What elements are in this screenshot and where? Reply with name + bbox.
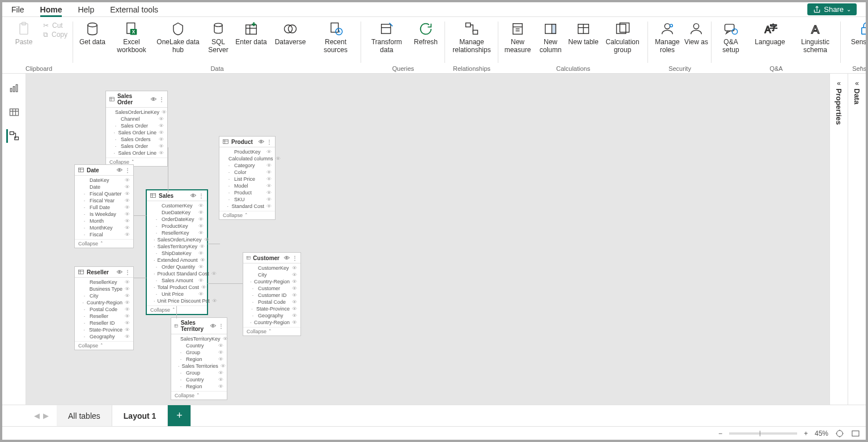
- field-row[interactable]: ResellerKey👁: [75, 279, 133, 286]
- new-column-button[interactable]: New column: [535, 20, 566, 54]
- model-view-button[interactable]: [6, 129, 20, 143]
- collapse-toggle[interactable]: Collapse˄: [147, 305, 207, 314]
- more-icon[interactable]: ⋮: [159, 96, 164, 103]
- fullscreen-button[interactable]: [851, 429, 860, 438]
- table-card-product[interactable]: Product👁⋮ProductKey👁Calculated columns👁·…: [219, 136, 276, 220]
- field-row[interactable]: ·Extended Amount👁: [147, 257, 207, 264]
- field-row[interactable]: ·Group👁: [171, 349, 227, 356]
- menu-home[interactable]: Home: [40, 3, 62, 16]
- field-row[interactable]: ·Customer👁: [243, 285, 300, 292]
- visibility-icon[interactable]: 👁: [117, 269, 122, 275]
- relationship-line[interactable]: [134, 215, 146, 216]
- collapse-toggle[interactable]: Collapse˄: [171, 391, 227, 400]
- tab-add-button[interactable]: +: [168, 405, 191, 426]
- field-row[interactable]: City👁: [243, 271, 300, 278]
- relationship-line[interactable]: [208, 283, 243, 284]
- table-card-territory[interactable]: Sales Territory👁⋮SalesTerritoryKey👁Count…: [171, 317, 227, 400]
- field-row[interactable]: ·City👁: [75, 292, 133, 299]
- model-canvas[interactable]: Sales Order👁⋮SalesOrderLineKey👁Channel👁·…: [26, 74, 829, 405]
- table-view-button[interactable]: [7, 105, 21, 119]
- field-row[interactable]: ·Sales Order👁: [106, 122, 167, 129]
- more-icon[interactable]: ⋮: [198, 193, 204, 199]
- more-icon[interactable]: ⋮: [292, 255, 298, 261]
- field-row[interactable]: ·Country-Region👁: [243, 319, 300, 326]
- calculation-group-button[interactable]: Calculation group: [600, 20, 645, 54]
- sql-server-button[interactable]: SQL Server: [202, 20, 234, 54]
- collapse-toggle[interactable]: Collapse˄: [75, 239, 133, 248]
- field-row[interactable]: ·Category👁: [219, 162, 275, 169]
- field-row[interactable]: ·Sales Territories👁: [171, 363, 227, 369]
- field-row[interactable]: Channel👁: [106, 116, 167, 122]
- field-row[interactable]: ·SKU👁: [219, 196, 275, 203]
- field-row[interactable]: ·Total Product Cost👁: [147, 284, 207, 291]
- table-header[interactable]: Product👁⋮: [219, 137, 275, 147]
- more-icon[interactable]: ⋮: [125, 269, 130, 275]
- more-icon[interactable]: ⋮: [218, 323, 224, 329]
- tab-all-tables[interactable]: All tables: [57, 405, 112, 426]
- field-row[interactable]: ·Postal Code👁: [243, 299, 300, 305]
- field-row[interactable]: ·Region👁: [171, 356, 227, 363]
- visibility-icon[interactable]: 👁: [259, 139, 264, 145]
- field-row[interactable]: CustomerKey👁: [243, 265, 300, 271]
- field-row[interactable]: ·Geography👁: [75, 333, 133, 340]
- field-row[interactable]: ·Reseller👁: [75, 313, 133, 320]
- field-row[interactable]: ·State-Province👁: [75, 326, 133, 333]
- field-row[interactable]: ·ProductKey👁: [147, 223, 207, 230]
- visibility-icon[interactable]: 👁: [151, 96, 156, 103]
- field-row[interactable]: ·SalesOrderLineKey👁: [147, 236, 207, 243]
- get-data-button[interactable]: Get data: [77, 20, 108, 46]
- table-header[interactable]: Sales Territory👁⋮: [171, 318, 227, 334]
- ribbon-collapse-button[interactable]: ˄: [859, 66, 862, 72]
- visibility-icon[interactable]: 👁: [210, 323, 216, 329]
- refresh-button[interactable]: Refresh: [410, 20, 442, 46]
- table-header[interactable]: Customer👁⋮: [243, 253, 300, 264]
- zoom-in-button[interactable]: +: [804, 430, 808, 437]
- field-row[interactable]: ·List Price👁: [219, 176, 275, 182]
- field-row[interactable]: CustomerKey👁: [147, 202, 207, 209]
- relationship-line[interactable]: [176, 306, 177, 318]
- field-row[interactable]: ·Product👁: [219, 189, 275, 196]
- field-row[interactable]: ·Unit Price👁: [147, 291, 207, 298]
- table-header[interactable]: Reseller👁⋮: [75, 267, 133, 278]
- relationship-line[interactable]: [168, 147, 168, 193]
- new-table-button[interactable]: New table: [568, 20, 599, 46]
- field-row[interactable]: ProductKey👁: [219, 148, 275, 155]
- relationship-line[interactable]: [134, 278, 146, 278]
- field-row[interactable]: SalesOrderLineKey👁: [106, 109, 167, 116]
- field-row[interactable]: ·Country👁: [171, 376, 227, 383]
- table-card-date[interactable]: Date👁⋮DateKey👁Date👁·Fiscal Quarter👁·Fisc…: [74, 164, 134, 248]
- relationship-line[interactable]: [208, 244, 220, 244]
- menu-file[interactable]: File: [11, 3, 24, 16]
- table-header[interactable]: Sales👁⋮: [147, 190, 207, 201]
- field-row[interactable]: ·ResellerKey👁: [147, 230, 207, 236]
- field-row[interactable]: Calculated columns👁: [219, 155, 275, 162]
- field-row[interactable]: ·Reseller ID👁: [75, 320, 133, 326]
- field-row[interactable]: ·Sales Order Line👁: [106, 129, 167, 136]
- fit-to-page-button[interactable]: [835, 429, 844, 438]
- field-row[interactable]: ·Standard Cost👁: [219, 203, 275, 210]
- data-pane-toggle[interactable]: « Data: [853, 79, 861, 104]
- properties-pane-toggle[interactable]: « Properties: [835, 79, 843, 125]
- field-row[interactable]: ·Region👁: [171, 383, 227, 390]
- manage-roles-button[interactable]: Manage roles: [651, 20, 683, 54]
- qa-setup-button[interactable]: Q&A setup: [715, 20, 747, 54]
- more-icon[interactable]: ⋮: [266, 139, 272, 145]
- table-card-sales[interactable]: Sales👁⋮CustomerKey👁DueDateKey👁·OrderDate…: [146, 190, 208, 314]
- field-row[interactable]: ·Order Quantity👁: [147, 264, 207, 270]
- field-row[interactable]: ·Full Date👁: [75, 204, 133, 211]
- field-row[interactable]: ·Product Standard Cost👁: [147, 270, 207, 277]
- field-row[interactable]: ·Postal Code👁: [75, 306, 133, 313]
- report-view-button[interactable]: [7, 82, 21, 95]
- language-button[interactable]: A字 Language: [748, 20, 792, 46]
- field-row[interactable]: ·Fiscal👁: [75, 231, 133, 238]
- tab-prev-button[interactable]: ◀: [34, 411, 40, 420]
- collapse-toggle[interactable]: Collapse˄: [75, 341, 133, 350]
- field-row[interactable]: ·Geography👁: [243, 312, 300, 319]
- field-row[interactable]: ·Is Weekday👁: [75, 211, 133, 218]
- field-row[interactable]: ·Fiscal Quarter👁: [75, 190, 133, 197]
- table-header[interactable]: Sales Order👁⋮: [106, 91, 167, 108]
- field-row[interactable]: ·Model👁: [219, 182, 275, 189]
- field-row[interactable]: ·Month👁: [75, 218, 133, 224]
- table-card-customer[interactable]: Customer👁⋮CustomerKey👁City👁·Country-Regi…: [243, 252, 301, 336]
- transform-data-button[interactable]: Transform data: [365, 20, 409, 54]
